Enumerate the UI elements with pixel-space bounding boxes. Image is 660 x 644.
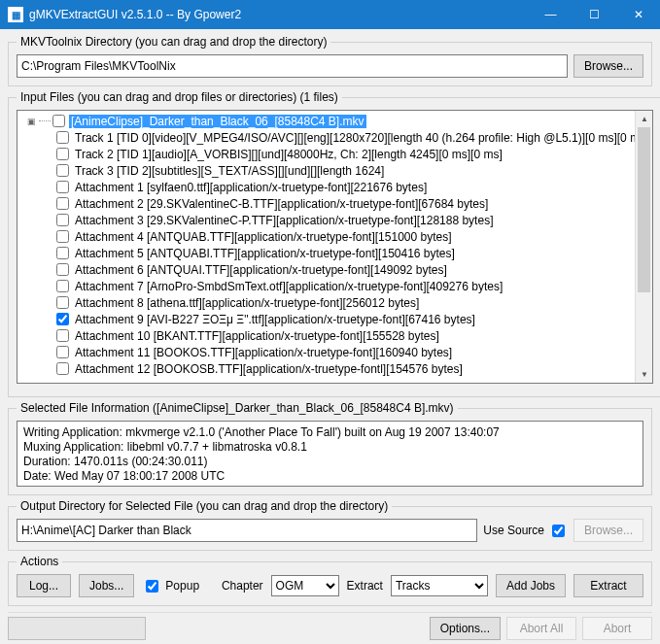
tree-item-label: Attachment 3 [29.SKValentineC-P.TTF][app…: [73, 214, 495, 227]
app-icon: ▦: [8, 7, 23, 22]
abort-button: Abort: [582, 617, 652, 640]
tree-item-label: Attachment 1 [sylfaen0.ttf][application/…: [73, 181, 429, 194]
output-group: Output Directory for Selected File (you …: [8, 499, 652, 551]
toolnix-group: MKVToolnix Directory (you can drag and d…: [8, 35, 652, 86]
tree-root-checkbox[interactable]: [52, 115, 65, 127]
tree-item-label: Attachment 12 [BOOKOSB.TTF][application/…: [73, 362, 465, 376]
tree-item-checkbox[interactable]: [56, 346, 69, 358]
selected-info-group: Selected File Information ([AnimeClipse]…: [8, 401, 652, 495]
selected-info-text: Writing Application: mkvmerge v2.1.0 ('A…: [17, 421, 643, 487]
tree-item-checkbox[interactable]: [56, 148, 69, 160]
output-path-input[interactable]: [17, 519, 477, 542]
tree-item-checkbox[interactable]: [56, 230, 69, 243]
tree-item-checkbox[interactable]: [56, 263, 69, 276]
tree-item[interactable]: Attachment 7 [ArnoPro-SmbdSmText.otf][ap…: [21, 278, 650, 294]
chapter-label: Chapter: [222, 579, 263, 593]
tree-item-checkbox[interactable]: [56, 296, 69, 309]
tree-item-checkbox[interactable]: [56, 280, 69, 292]
tree-item[interactable]: Track 1 [TID 0][video][V_MPEG4/ISO/AVC][…: [21, 129, 650, 146]
tree-item-checkbox[interactable]: [56, 362, 69, 375]
extract-select[interactable]: Tracks: [391, 575, 488, 596]
tree-item-label: Track 3 [TID 2][subtitles][S_TEXT/ASS][]…: [73, 164, 386, 178]
abort-all-button: Abort All: [506, 617, 576, 640]
minimize-button[interactable]: —: [529, 0, 573, 29]
footer: Options... Abort All Abort: [8, 612, 652, 640]
file-tree[interactable]: ▣[AnimeClipse]_Darker_than_Black_06_[858…: [17, 110, 653, 384]
tree-root[interactable]: ▣[AnimeClipse]_Darker_than_Black_06_[858…: [21, 113, 650, 129]
use-source-label[interactable]: Use Source: [483, 522, 568, 540]
popup-checkbox[interactable]: [146, 580, 158, 593]
client-area: MKVToolnix Directory (you can drag and d…: [0, 29, 660, 644]
tree-item-checkbox[interactable]: [56, 131, 69, 144]
tree-item-label: Attachment 9 [AVI-B227 ΞΟΞμ Ξ".ttf][appl…: [73, 313, 477, 326]
scroll-down-icon[interactable]: ▼: [636, 366, 652, 383]
output-label: Output Directory for Selected File (you …: [17, 499, 392, 513]
output-browse-button: Browse...: [573, 519, 643, 542]
close-button[interactable]: ✕: [616, 0, 660, 29]
tree-item-checkbox[interactable]: [56, 313, 69, 325]
options-button[interactable]: Options...: [430, 617, 501, 640]
tree-item[interactable]: Attachment 1 [sylfaen0.ttf][application/…: [21, 179, 650, 195]
popup-label[interactable]: Popup: [142, 577, 199, 595]
actions-group: Actions Log... Jobs... Popup Chapter OGM…: [8, 555, 652, 606]
progress-bar: [8, 617, 146, 640]
tree-item[interactable]: Attachment 12 [BOOKOSB.TTF][application/…: [21, 360, 650, 377]
tree-item-checkbox[interactable]: [56, 181, 69, 193]
tree-item-label: Attachment 6 [ANTQUAI.TTF][application/x…: [73, 263, 449, 277]
scrollbar[interactable]: ▲ ▼: [635, 111, 652, 383]
tree-item-checkbox[interactable]: [56, 329, 69, 342]
titlebar: ▦ gMKVExtractGUI v2.5.1.0 -- By Gpower2 …: [0, 0, 660, 29]
tree-item[interactable]: Attachment 8 [athena.ttf][application/x-…: [21, 294, 650, 311]
use-source-checkbox[interactable]: [552, 525, 565, 537]
tree-item[interactable]: Attachment 10 [BKANT.TTF][application/x-…: [21, 327, 650, 344]
extract-mode-label: Extract: [347, 579, 383, 593]
tree-item-label: Attachment 4 [ANTQUAB.TTF][application/x…: [73, 230, 454, 244]
tree-item[interactable]: Attachment 11 [BOOKOS.TTF][application/x…: [21, 344, 650, 360]
toolnix-browse-button[interactable]: Browse...: [573, 54, 643, 78]
tree-item-checkbox[interactable]: [56, 214, 69, 226]
add-jobs-button[interactable]: Add Jobs: [496, 574, 566, 597]
tree-item-label: Attachment 10 [BKANT.TTF][application/x-…: [73, 329, 441, 343]
actions-label: Actions: [17, 555, 62, 568]
tree-item[interactable]: Track 3 [TID 2][subtitles][S_TEXT/ASS][]…: [21, 162, 650, 179]
tree-item-checkbox[interactable]: [56, 164, 69, 177]
jobs-button[interactable]: Jobs...: [79, 574, 134, 597]
tree-item[interactable]: Attachment 6 [ANTQUAI.TTF][application/x…: [21, 261, 650, 278]
toolnix-label: MKVToolnix Directory (you can drag and d…: [17, 35, 330, 49]
tree-item[interactable]: Track 2 [TID 1][audio][A_VORBIS][][und][…: [21, 146, 650, 162]
extract-button[interactable]: Extract: [573, 574, 643, 597]
window-title: gMKVExtractGUI v2.5.1.0 -- By Gpower2: [29, 8, 529, 21]
window: ▦ gMKVExtractGUI v2.5.1.0 -- By Gpower2 …: [0, 0, 660, 644]
tree-item-checkbox[interactable]: [56, 197, 69, 210]
tree-item-checkbox[interactable]: [56, 247, 69, 259]
tree-item-label: Attachment 8 [athena.ttf][application/x-…: [73, 296, 421, 310]
input-label: Input Files (you can drag and drop files…: [17, 90, 342, 104]
input-group: Input Files (you can drag and drop files…: [8, 90, 660, 397]
log-button[interactable]: Log...: [17, 574, 71, 597]
tree-item[interactable]: Attachment 2 [29.SKValentineC-B.TTF][app…: [21, 195, 650, 212]
tree-item-label: Attachment 2 [29.SKValentineC-B.TTF][app…: [73, 197, 490, 211]
toolnix-path-input[interactable]: [17, 54, 568, 78]
tree-item-label: Attachment 11 [BOOKOS.TTF][application/x…: [73, 346, 454, 359]
maximize-button[interactable]: ☐: [573, 0, 616, 29]
chapter-select[interactable]: OGM: [271, 575, 339, 596]
scroll-thumb[interactable]: [638, 127, 650, 292]
tree-item-label: Track 1 [TID 0][video][V_MPEG4/ISO/AVC][…: [73, 131, 650, 145]
tree-item-label: Attachment 7 [ArnoPro-SmbdSmText.otf][ap…: [73, 280, 504, 293]
tree-item-label: Attachment 5 [ANTQUABI.TTF][application/…: [73, 247, 457, 260]
collapse-icon[interactable]: ▣: [25, 116, 37, 127]
tree-item[interactable]: Attachment 9 [AVI-B227 ΞΟΞμ Ξ".ttf][appl…: [21, 311, 650, 327]
scroll-up-icon[interactable]: ▲: [636, 111, 652, 127]
tree-item[interactable]: Attachment 5 [ANTQUABI.TTF][application/…: [21, 245, 650, 261]
selected-info-label: Selected File Information ([AnimeClipse]…: [17, 401, 458, 415]
tree-item[interactable]: Attachment 4 [ANTQUAB.TTF][application/x…: [21, 228, 650, 245]
tree-item[interactable]: Attachment 3 [29.SKValentineC-P.TTF][app…: [21, 212, 650, 228]
tree-item-label: Track 2 [TID 1][audio][A_VORBIS][][und][…: [73, 148, 504, 161]
